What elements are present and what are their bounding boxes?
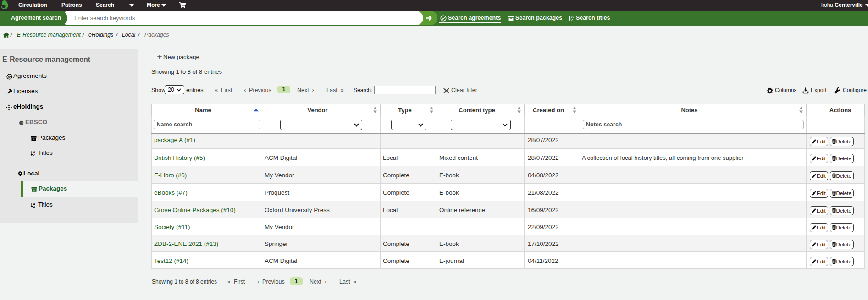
svg-text:A: A [571, 15, 574, 18]
svg-text:Z: Z [571, 18, 574, 22]
svg-text:Z: Z [33, 153, 35, 157]
svg-text:Z: Z [33, 205, 35, 208]
